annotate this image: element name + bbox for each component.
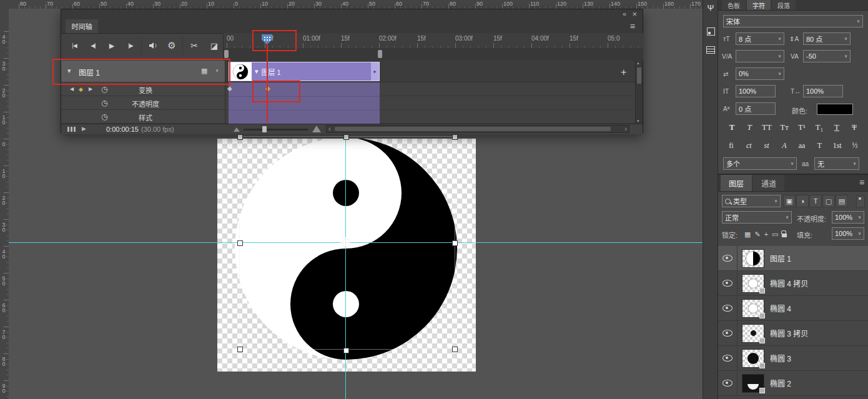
tab-paragraph[interactable]: 段落 (772, 0, 796, 10)
underline-button[interactable]: T (829, 122, 844, 132)
ordinals-button[interactable]: 1st (831, 141, 844, 150)
keyframe-diamond-gray[interactable] (227, 85, 232, 92)
transform-handle-bottom-left[interactable] (237, 347, 243, 352)
work-area-start-handle[interactable] (224, 50, 229, 58)
opacity-input[interactable]: 100% (832, 211, 864, 224)
previous-frame-button[interactable] (85, 38, 101, 53)
lock-position-icon[interactable]: + (764, 230, 768, 238)
zoom-in-icon[interactable] (312, 126, 321, 132)
transform-handle-mid-right[interactable] (452, 240, 458, 246)
fill-input[interactable]: 100% (832, 227, 864, 240)
transform-handle-top-right[interactable] (452, 134, 458, 140)
timeline-vertical-scrollbar[interactable] (635, 61, 643, 124)
clip-end-cap[interactable] (371, 62, 379, 81)
font-size-select[interactable]: 8 点 (736, 32, 784, 45)
work-area-end-handle[interactable] (378, 50, 382, 58)
first-frame-button[interactable] (66, 38, 82, 53)
clone-source-panel-icon[interactable] (705, 26, 716, 37)
visibility-toggle[interactable] (718, 321, 737, 345)
discretionary-ligatures-button[interactable]: st (760, 141, 774, 150)
shape-layer-filter-icon[interactable]: ▢ (822, 195, 835, 207)
titling-alternates-button[interactable]: T (812, 141, 826, 150)
tab-timeline[interactable]: 时间轴 (66, 19, 98, 33)
layer-row[interactable]: 椭圆 3 拷贝 (718, 321, 868, 346)
scroll-up-icon[interactable] (637, 61, 639, 66)
leading-select[interactable]: 80 点 (803, 32, 851, 45)
scrollbar-thumb[interactable] (335, 127, 611, 131)
property-row-opacity-header[interactable]: 不透明度 (61, 96, 225, 110)
proportional-spacing-select[interactable]: 0% (736, 67, 784, 80)
lock-all-icon[interactable] (782, 231, 787, 237)
timeline-clip-layer1[interactable]: 图层 1 (229, 62, 380, 81)
panel-menu-icon[interactable] (630, 21, 635, 31)
layer-row[interactable]: 椭圆 3 (718, 346, 868, 371)
baseline-shift-input[interactable]: 0 点 (736, 102, 776, 115)
horizontal-ruler[interactable]: 8070605040302010010203040506070809010011… (9, 0, 703, 9)
transform-handle-top-left[interactable] (237, 134, 243, 140)
visibility-toggle[interactable] (718, 371, 737, 395)
info-panel-icon[interactable] (705, 44, 716, 56)
tab-swatches[interactable]: 色板 (722, 0, 746, 10)
layer-row[interactable]: 椭圆 2 (718, 371, 868, 396)
transform-handle-bottom-center[interactable] (343, 348, 349, 353)
ruler-origin-corner[interactable] (0, 0, 9, 9)
text-color-swatch[interactable] (817, 104, 853, 115)
transform-handle-mid-left[interactable] (237, 240, 243, 246)
swash-button[interactable]: A (777, 141, 791, 150)
next-frame-button[interactable] (122, 38, 139, 53)
history-panel-icon[interactable] (705, 2, 716, 13)
timeline-zoom-slider[interactable] (244, 129, 308, 131)
transform-handle-top-center[interactable] (343, 134, 349, 140)
scroll-left-icon[interactable]: ‹ (328, 125, 331, 132)
kerning-select[interactable] (736, 50, 784, 62)
stopwatch-icon[interactable] (101, 99, 107, 107)
layer-row[interactable]: 图层 1 (718, 246, 868, 271)
faux-italic-button[interactable]: T (742, 122, 757, 132)
zoom-out-icon[interactable] (234, 127, 240, 132)
timeline-horizontal-scrollbar[interactable]: ‹ › (326, 125, 629, 133)
stopwatch-icon[interactable] (101, 112, 107, 121)
chevron-down-icon[interactable] (255, 67, 259, 76)
pixel-layer-filter-icon[interactable]: ▣ (783, 195, 796, 207)
smart-object-filter-icon[interactable]: ▤ (836, 195, 848, 207)
visibility-toggle[interactable] (718, 271, 737, 295)
faux-bold-button[interactable]: T (724, 122, 739, 132)
stylistic-alternates-button[interactable]: aa (795, 141, 809, 150)
lock-artboard-icon[interactable]: ▭ (772, 230, 778, 239)
collapse-panel-icon[interactable] (623, 10, 626, 17)
lock-transparency-icon[interactable]: ▦ (744, 230, 751, 239)
horizontal-scale-input[interactable]: 100% (803, 85, 843, 97)
previous-keyframe-icon[interactable] (70, 86, 74, 92)
lock-image-icon[interactable]: ✎ (754, 230, 760, 239)
scroll-down-icon[interactable] (637, 119, 639, 124)
property-row-style-header[interactable]: 样式 (61, 110, 225, 124)
close-panel-icon[interactable] (632, 9, 637, 19)
blend-mode-select[interactable]: 正常 (722, 211, 792, 224)
add-keyframe-icon[interactable] (79, 86, 83, 92)
superscript-button[interactable]: T¹ (794, 122, 809, 132)
vertical-ruler[interactable]: 403020100102030405060708090 (0, 9, 9, 399)
vertical-scale-input[interactable]: 100% (736, 85, 776, 97)
anti-alias-select[interactable]: 无 (814, 157, 859, 170)
language-select[interactable]: 多个 (723, 157, 797, 170)
font-family-select[interactable]: 宋体 (723, 15, 863, 27)
visibility-toggle[interactable] (718, 296, 737, 320)
fractions-button[interactable]: ½ (848, 141, 862, 150)
strikethrough-button[interactable]: T (847, 122, 862, 132)
zoom-slider-thumb[interactable] (262, 126, 267, 132)
tab-layers[interactable]: 图层 (721, 175, 752, 191)
type-layer-filter-icon[interactable]: T (809, 195, 822, 207)
layer-row[interactable]: 椭圆 4 (718, 296, 868, 321)
adjustment-layer-filter-icon[interactable]: ◑ (796, 195, 809, 207)
mute-audio-button[interactable] (145, 38, 161, 53)
transform-handle-bottom-right[interactable] (452, 347, 458, 352)
tab-channels[interactable]: 通道 (753, 175, 784, 191)
next-keyframe-icon[interactable] (89, 86, 92, 92)
contextual-alternates-button[interactable]: ct (742, 141, 756, 150)
transform-reference-point[interactable] (342, 239, 350, 247)
render-video-icon[interactable] (67, 127, 76, 132)
visibility-toggle[interactable] (718, 346, 737, 370)
layer-filter-select[interactable]: 类型 (722, 195, 781, 207)
timeline-titlebar[interactable] (61, 9, 643, 20)
standard-ligatures-button[interactable]: fi (724, 141, 738, 150)
